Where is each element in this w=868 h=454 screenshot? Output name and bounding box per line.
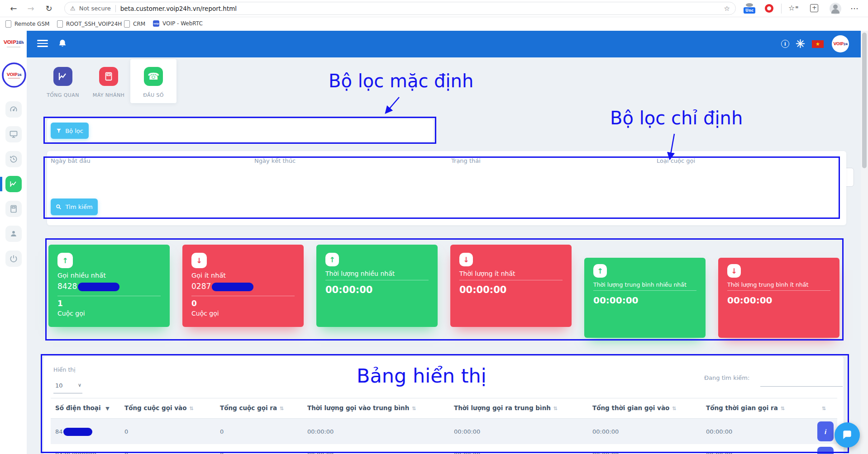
arrow-up-icon: ↑: [325, 253, 339, 266]
tab-tong-quan[interactable]: [53, 67, 72, 86]
sort-icon[interactable]: ⇅: [781, 406, 785, 411]
bookmark-crm[interactable]: CRM: [124, 20, 145, 28]
sidebar-item-reports[interactable]: [5, 176, 22, 192]
bookmark-remote-gsm[interactable]: Remote GSM: [5, 20, 49, 28]
bookmark-root-ssh[interactable]: ROOT_SSH_VOIP24H: [57, 20, 122, 28]
sidebar-item-extensions[interactable]: [5, 201, 22, 217]
browser-profile-avatar[interactable]: [830, 3, 841, 14]
sort-icon[interactable]: ⇅: [822, 406, 826, 411]
search-button[interactable]: Tìm kiếm: [51, 199, 98, 215]
address-bar[interactable]: ⚠ Not secure beta.customer.voip24h.vn/re…: [64, 2, 736, 15]
col-tong-thoi-gian-goi-vao[interactable]: Tổng thời gian gọi vào⇅: [592, 404, 677, 411]
end-date-label: Ngày kết thúc: [254, 157, 296, 164]
active-indicator: [0, 177, 2, 191]
sidebar: [0, 31, 27, 454]
annotation-table-label: Bảng hiển thị: [357, 364, 486, 387]
table-search-input[interactable]: [760, 371, 843, 387]
col-thoi-luong-goi-ra-tb[interactable]: Thời lượng gọi ra trung bình⇅: [454, 404, 558, 411]
chat-fab[interactable]: [835, 422, 860, 448]
stat-label: Thời lượng trung bình nhiều nhất: [593, 281, 687, 288]
col-tong-thoi-gian-goi-ra[interactable]: Tổng thời gian gọi ra⇅: [706, 404, 785, 411]
sort-icon[interactable]: ⇅: [672, 406, 676, 411]
sort-icon[interactable]: ⇅: [412, 406, 416, 411]
voip-favicon: voip: [153, 20, 159, 27]
start-date-label: Ngày bắt đầu: [51, 157, 91, 164]
stat-label: Thời lượng nhiều nhất: [325, 270, 395, 277]
stat-unit: Cuộc gọi: [57, 310, 85, 317]
stat-card-trung-binh-it-nhat: ↓ Thời lượng trung bình ít nhất 00:00:00: [718, 258, 839, 338]
tab-label-may-nhanh[interactable]: MÁY NHÁNH: [87, 92, 130, 98]
cell-avg-out: 00:00:00: [454, 428, 480, 435]
sidebar-item-dashboard[interactable]: [5, 101, 22, 118]
page-size-select[interactable]: 10 ∨: [53, 379, 82, 393]
tab-dau-so[interactable]: ☎: [144, 67, 163, 86]
cell-avg-out: 00:00:00: [454, 451, 480, 454]
table-search-label: Đang tìm kiếm:: [704, 374, 749, 381]
row-info-button[interactable]: i: [817, 447, 834, 454]
stat-card-goi-it-nhat: ↓ Gọi ít nhất 0287 0 Cuộc gọi: [182, 245, 304, 327]
extension-unica-icon[interactable]: Unc: [744, 3, 755, 14]
info-icon[interactable]: i: [781, 40, 789, 48]
tab-label-tong-quan[interactable]: TỔNG QUAN: [43, 92, 83, 98]
row-info-button[interactable]: i: [817, 421, 834, 441]
sparkle-icon[interactable]: [796, 39, 805, 50]
cell-total-out: 00:00:00: [706, 428, 732, 435]
search-icon: [56, 204, 62, 210]
cell-calls-in: 0: [124, 428, 128, 435]
redaction-bar: [63, 428, 92, 436]
app-navbar: i ★ VOIP24: [27, 31, 868, 57]
sort-icon[interactable]: ⇅: [553, 406, 558, 411]
card-divider: [325, 280, 429, 280]
call-type-label: Loại cuộc gọi: [657, 157, 695, 164]
stat-time: 00:00:00: [593, 295, 639, 306]
sidebar-item-users[interactable]: [5, 226, 22, 242]
browser-menu-icon[interactable]: ⋯: [849, 3, 860, 14]
url-text[interactable]: beta.customer.voip24h.vn/report.html: [120, 5, 237, 12]
stat-phone-number: 0287: [191, 282, 253, 291]
bookmark-voip-webrtc[interactable]: voip VOIP - WebRTC: [153, 20, 203, 27]
filter-button[interactable]: Bộ lọc: [51, 123, 89, 139]
page-icon: [124, 20, 130, 28]
arrow-down-icon: ↓: [727, 264, 741, 278]
reload-icon[interactable]: ↻: [43, 3, 54, 14]
security-label[interactable]: Not secure: [79, 5, 111, 12]
stat-count: 0: [191, 299, 197, 308]
sort-desc-icon[interactable]: ▼: [105, 406, 109, 411]
power-icon: [9, 254, 18, 263]
stat-unit: Cuộc gọi: [191, 310, 219, 317]
scrollbar-thumb[interactable]: [862, 33, 867, 168]
add-favorite-icon[interactable]: ☆: [724, 5, 730, 13]
collections-icon[interactable]: +: [810, 4, 818, 12]
cell-total-in: 00:00:00: [592, 451, 619, 454]
col-tong-cuoc-goi-vao[interactable]: Tổng cuộc gọi vào⇅: [124, 404, 194, 411]
col-tong-cuoc-goi-ra[interactable]: Tổng cuộc gọi ra⇅: [220, 404, 284, 411]
history-icon: [9, 155, 18, 164]
advanced-filter-panel: [47, 151, 846, 225]
tab-label-dau-so[interactable]: ĐẦU SỐ: [135, 92, 172, 98]
fax-icon: [9, 204, 18, 213]
col-thoi-luong-goi-vao-tb[interactable]: Thời lượng gọi vào trung bình⇅: [307, 404, 416, 411]
extension-opera-icon[interactable]: [765, 4, 773, 13]
hamburger-menu-icon[interactable]: [37, 40, 48, 47]
stat-count: 1: [57, 299, 63, 308]
arrow-down-icon: ↓: [191, 253, 207, 268]
person-icon: [9, 229, 18, 238]
col-so-dien-thoai[interactable]: Số điện thoại ▼: [55, 404, 110, 411]
col-actions[interactable]: ⇅: [819, 404, 826, 411]
extension-fax-icon: [104, 71, 114, 81]
notifications-bell-icon[interactable]: [57, 38, 67, 51]
back-icon[interactable]: ←: [8, 3, 19, 14]
sidebar-item-history[interactable]: [5, 151, 22, 167]
page-icon: [57, 20, 63, 28]
sidebar-item-monitor[interactable]: [5, 126, 22, 142]
vietnam-flag-icon[interactable]: ★: [812, 40, 824, 48]
stat-card-trung-binh-nhieu-nhat: ↑ Thời lượng trung bình nhiều nhất 00:00…: [584, 258, 706, 338]
favorites-menu-icon[interactable]: ☆≡: [788, 4, 799, 14]
tab-may-nhanh[interactable]: [99, 67, 118, 86]
sidebar-item-logout[interactable]: [5, 251, 22, 267]
toolbar-divider: [781, 4, 782, 14]
user-avatar[interactable]: VOIP24: [832, 35, 849, 52]
cell-avg-in: 00:00:00: [307, 451, 334, 454]
sort-icon[interactable]: ⇅: [190, 406, 194, 411]
sort-icon[interactable]: ⇅: [280, 406, 284, 411]
